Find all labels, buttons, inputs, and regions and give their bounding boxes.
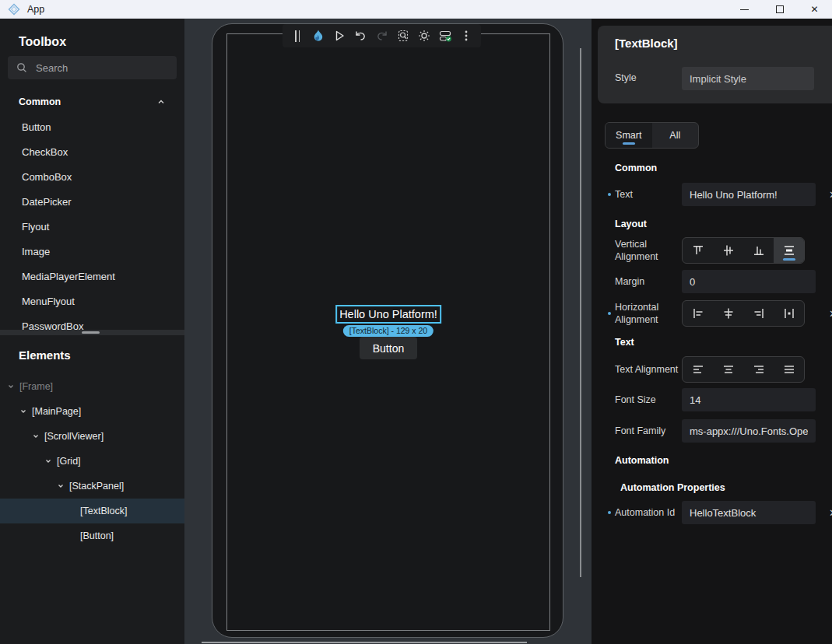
horizontal-alignment-group xyxy=(682,300,805,327)
selection-size-badge: [TextBlock] - 129 x 20 xyxy=(343,325,434,337)
reset-property-icon[interactable]: ✕ xyxy=(829,507,832,519)
font-family-input[interactable] xyxy=(682,419,816,443)
halign-left-button[interactable] xyxy=(683,301,713,326)
close-button[interactable]: ✕ xyxy=(797,0,832,19)
tab-smart-label: Smart xyxy=(616,130,641,141)
toolbox-horizontal-scrollbar[interactable] xyxy=(0,330,184,335)
close-icon: ✕ xyxy=(810,5,818,14)
property-row-font-size: Font Size xyxy=(615,388,832,411)
toolbox-item-list: Button CheckBox ComboBox DatePicker Flyo… xyxy=(0,114,184,338)
chevron-down-icon[interactable] xyxy=(31,432,40,441)
margin-input[interactable] xyxy=(682,270,816,293)
window-title: App xyxy=(27,4,44,15)
toolbox-search[interactable] xyxy=(8,56,177,79)
valign-stretch-button[interactable] xyxy=(774,238,804,263)
inspector-tabs: Smart All xyxy=(605,122,699,149)
toolbox-item-mediaplayerelement[interactable]: MediaPlayerElement xyxy=(0,264,184,289)
reset-property-icon[interactable]: ✕ xyxy=(829,308,832,320)
toolbox-item-datepicker[interactable]: DatePicker xyxy=(0,189,184,214)
canvas-textblock-selected[interactable]: Hello Uno Platform! xyxy=(335,305,441,324)
style-label: Style xyxy=(615,72,637,83)
design-canvas: Hello Uno Platform! [TextBlock] - 129 x … xyxy=(184,19,592,644)
tree-node-textblock-selected[interactable]: [TextBlock] xyxy=(0,499,184,523)
property-list: Common Text ✕ Layout Vertical Alignment xyxy=(592,149,832,524)
font-size-input[interactable] xyxy=(682,388,816,411)
reset-property-icon[interactable]: ✕ xyxy=(829,189,832,201)
canvas-vertical-scrollbar[interactable] xyxy=(580,48,581,577)
chevron-down-icon[interactable] xyxy=(44,457,53,466)
canvas-horizontal-scrollbar[interactable] xyxy=(202,642,527,643)
selected-element-title: [TextBlock] xyxy=(615,37,678,50)
chevron-down-icon[interactable] xyxy=(6,382,16,391)
hot-design-flame-icon[interactable] xyxy=(309,26,328,45)
section-text: Text xyxy=(615,336,832,348)
maximize-icon xyxy=(776,5,784,13)
more-options-icon[interactable] xyxy=(457,26,476,45)
tab-smart[interactable]: Smart xyxy=(606,123,652,148)
chevron-down-icon[interactable] xyxy=(19,407,28,416)
horizontal-alignment-label: Horizontal Alignment xyxy=(615,301,682,327)
tree-node-grid[interactable]: [Grid] xyxy=(0,449,184,474)
search-icon xyxy=(16,61,28,74)
tree-node-label: [TextBlock] xyxy=(80,506,127,516)
form-validation-icon[interactable] xyxy=(436,26,455,45)
toolbox-item-menuflyout[interactable]: MenuFlyout xyxy=(0,289,184,313)
elements-tree: [Frame] [MainPage] [ScrollViewer] [Grid]… xyxy=(0,374,184,548)
tree-node-label: [StackPanel] xyxy=(69,481,124,492)
tree-node-mainpage[interactable]: [MainPage] xyxy=(0,399,184,424)
scrollbar-thumb[interactable] xyxy=(82,331,100,334)
toolbox-item-combobox[interactable]: ComboBox xyxy=(0,164,184,189)
property-row-text: Text ✕ xyxy=(615,183,832,206)
titlebar: App ✕ xyxy=(0,0,832,19)
tree-node-label: [Frame] xyxy=(19,381,53,392)
toolbox-item-button[interactable]: Button xyxy=(0,114,184,139)
value-set-dot xyxy=(608,312,611,315)
property-row-automation-id: Automation Id ✕ xyxy=(615,501,832,524)
theme-toggle-icon[interactable] xyxy=(415,26,434,45)
style-input[interactable] xyxy=(682,67,814,90)
canvas-button-element[interactable]: Button xyxy=(360,337,417,359)
text-alignment-group xyxy=(682,356,805,383)
toolbox-item-flyout[interactable]: Flyout xyxy=(0,214,184,239)
undo-icon[interactable] xyxy=(351,26,370,45)
textalign-right-button[interactable] xyxy=(743,357,774,382)
automation-id-input[interactable] xyxy=(682,501,816,524)
margin-label: Margin xyxy=(615,275,682,288)
chevron-up-icon[interactable] xyxy=(156,97,166,107)
inspect-element-icon[interactable] xyxy=(394,26,412,45)
textalign-left-button[interactable] xyxy=(683,357,713,382)
halign-right-button[interactable] xyxy=(743,301,774,326)
chevron-down-icon[interactable] xyxy=(56,481,65,491)
toolbox-item-image[interactable]: Image xyxy=(0,239,184,264)
tree-node-stackpanel[interactable]: [StackPanel] xyxy=(0,474,184,499)
tab-all[interactable]: All xyxy=(652,123,699,148)
search-input[interactable] xyxy=(36,62,173,74)
valign-bottom-button[interactable] xyxy=(743,238,774,263)
valign-center-button[interactable] xyxy=(713,238,743,263)
section-layout: Layout xyxy=(615,218,832,230)
halign-stretch-button[interactable] xyxy=(774,301,804,326)
minimize-button[interactable] xyxy=(727,0,762,19)
halign-center-button[interactable] xyxy=(713,301,743,326)
play-icon[interactable] xyxy=(330,26,349,45)
tree-node-label: [Grid] xyxy=(57,456,81,467)
property-row-text-alignment: Text Alignment xyxy=(615,356,832,383)
textalign-justify-button[interactable] xyxy=(774,357,804,382)
drag-handle-icon[interactable] xyxy=(288,26,307,45)
automation-id-label: Automation Id xyxy=(615,506,682,519)
tree-node-scrollviewer[interactable]: [ScrollViewer] xyxy=(0,424,184,449)
tree-node-frame[interactable]: [Frame] xyxy=(0,374,184,399)
textalign-center-button[interactable] xyxy=(713,357,743,382)
valign-top-button[interactable] xyxy=(683,238,713,263)
text-input[interactable] xyxy=(682,183,816,206)
toolbox-item-checkbox[interactable]: CheckBox xyxy=(0,139,184,164)
uno-platform-logo-icon xyxy=(7,2,21,16)
maximize-button[interactable] xyxy=(762,0,797,19)
redo-icon[interactable] xyxy=(373,26,391,45)
toolbox-section-common[interactable]: Common xyxy=(19,93,166,110)
value-set-dot xyxy=(608,193,611,196)
tree-node-button[interactable]: [Button] xyxy=(0,523,184,548)
selected-indicator xyxy=(783,258,795,261)
property-inspector: [TextBlock] Style Smart All Common Text xyxy=(592,19,832,644)
inspector-header-card: [TextBlock] Style xyxy=(598,26,832,103)
